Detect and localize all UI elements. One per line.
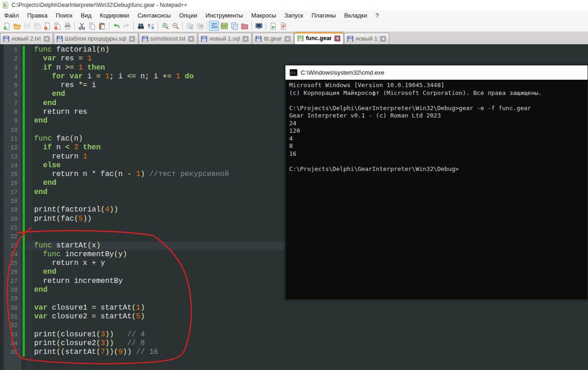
bookmark-margin[interactable] [26, 54, 32, 63]
function-list-button[interactable] [229, 21, 239, 31]
code-line[interactable]: 1func factorial(n) [0, 46, 588, 54]
zoom-out-button[interactable] [170, 21, 180, 31]
bookmark-margin[interactable] [26, 90, 32, 99]
bookmark-margin[interactable] [26, 339, 32, 348]
tab-close-icon[interactable]: × [285, 36, 291, 42]
bookmark-margin[interactable] [26, 99, 32, 108]
tab-close-icon[interactable]: × [334, 35, 340, 41]
macro-playback-button[interactable] [268, 21, 278, 31]
menu-item-запуск[interactable]: Запуск [280, 11, 308, 20]
sync-vertical-button[interactable] [184, 21, 195, 31]
save-all-button[interactable] [32, 21, 42, 31]
menu-item-правка[interactable]: Правка [23, 11, 52, 20]
replace-button[interactable]: ab [146, 21, 156, 31]
bookmark-margin[interactable] [26, 294, 32, 303]
bookmark-margin[interactable] [26, 304, 32, 312]
bookmark-margin[interactable] [26, 312, 32, 321]
print-icon [64, 22, 71, 30]
tab-close-icon[interactable]: × [243, 36, 249, 42]
tab-новый-1.sql[interactable]: новый 1.sql× [198, 33, 252, 44]
menu-item-вкладки[interactable]: Вкладки [340, 11, 371, 20]
bookmark-margin[interactable] [26, 330, 32, 339]
monitoring-button[interactable] [254, 21, 264, 31]
bookmark-margin[interactable] [26, 241, 32, 250]
tab-close-icon[interactable]: × [129, 36, 135, 42]
bookmark-margin[interactable] [26, 206, 32, 214]
menu-item-инструменты[interactable]: Инструменты [202, 11, 247, 20]
bookmark-margin[interactable] [26, 250, 32, 259]
menu-item-синтаксисы[interactable]: Синтаксисы [133, 11, 175, 20]
bookmark-margin[interactable] [26, 223, 32, 232]
tab-ttt.gear[interactable]: ttt.gear× [252, 33, 294, 44]
word-wrap-button[interactable] [209, 21, 219, 31]
menu-item-макросы[interactable]: Макросы [247, 11, 280, 20]
cmd-window[interactable]: C:\ C:\Windows\system32\cmd.exe Microsof… [285, 65, 588, 300]
bookmark-margin[interactable] [26, 179, 32, 188]
bookmark-margin[interactable] [26, 81, 32, 90]
bookmark-margin[interactable] [26, 348, 32, 357]
bookmark-margin[interactable] [26, 72, 32, 81]
bookmark-margin[interactable] [26, 232, 32, 241]
menu-bar: ФайлПравкаПоискВидКодировкиСинтаксисыОпц… [0, 10, 588, 20]
sync-horizontal-button[interactable] [195, 21, 205, 31]
bookmark-margin[interactable] [26, 143, 32, 152]
undo-button[interactable] [111, 21, 121, 31]
bookmark-margin[interactable] [26, 277, 32, 286]
tab-close-icon[interactable]: × [44, 36, 50, 42]
menu-item-опции[interactable]: Опции [175, 11, 201, 20]
bookmark-margin[interactable] [26, 117, 32, 125]
document-map-button[interactable] [219, 21, 229, 31]
tab-ssmsboost.txt[interactable]: ssmsboost.txt× [139, 33, 197, 44]
close-file-button[interactable] [42, 21, 52, 31]
menu-item-плагины[interactable]: Плагины [308, 11, 340, 20]
bookmark-margin[interactable] [26, 259, 32, 268]
print-button[interactable] [62, 21, 72, 31]
cmd-console-output[interactable]: Microsoft Windows [Version 10.0.19045.34… [285, 80, 588, 173]
bookmark-margin[interactable] [26, 108, 32, 117]
code-line[interactable]: 33print(closure1(3)) // 4 [0, 330, 588, 339]
paste-button[interactable] [97, 21, 107, 31]
code-line[interactable]: 34print(closure2(3)) // 8 [0, 339, 588, 348]
bookmark-margin[interactable] [26, 170, 32, 179]
bookmark-margin[interactable] [26, 197, 32, 206]
find-button[interactable] [136, 21, 146, 31]
menu-item-кодировки[interactable]: Кодировки [95, 11, 133, 20]
bookmark-margin[interactable] [26, 161, 32, 170]
tab-новый-2.txt[interactable]: новый 2.txt× [0, 33, 53, 44]
menu-item-?[interactable]: ? [371, 11, 383, 20]
tab-close-icon[interactable]: × [188, 36, 194, 42]
bookmark-margin[interactable] [26, 268, 32, 276]
bookmark-margin[interactable] [26, 215, 32, 223]
zoom-in-button[interactable] [160, 21, 170, 31]
bookmark-margin[interactable] [26, 153, 32, 161]
redo-button[interactable] [121, 21, 131, 31]
folder-as-workspace-button[interactable] [239, 21, 249, 31]
macro-record-button[interactable] [278, 21, 288, 31]
tab-close-icon[interactable]: × [380, 36, 386, 42]
menu-item-поиск[interactable]: Поиск [52, 11, 77, 20]
save-button[interactable] [22, 21, 32, 31]
tab-шаблон-процедуры.sql[interactable]: Шаблон процедуры.sql× [53, 33, 138, 44]
tab-новый-1[interactable]: новый 1× [344, 33, 389, 44]
bookmark-margin[interactable] [26, 64, 32, 72]
code-line[interactable]: 35print((startAt(7))(9)) // 16 [0, 348, 588, 357]
tab-func.gear[interactable]: func.gear× [294, 32, 344, 44]
bookmark-margin[interactable] [26, 126, 32, 135]
bookmark-margin[interactable] [26, 188, 32, 197]
close-all-button[interactable] [52, 21, 62, 31]
code-line[interactable]: 2 var res = 1 [0, 54, 588, 63]
cut-button[interactable] [77, 21, 87, 31]
cmd-title-bar[interactable]: C:\ C:\Windows\system32\cmd.exe [285, 65, 588, 80]
bookmark-margin[interactable] [26, 135, 32, 143]
open-file-button[interactable] [12, 21, 22, 31]
code-line[interactable]: 32 [0, 321, 588, 330]
new-file-button[interactable] [1, 21, 12, 31]
copy-button[interactable] [87, 21, 97, 31]
menu-item-файл[interactable]: Файл [0, 11, 23, 20]
bookmark-margin[interactable] [26, 321, 32, 330]
menu-item-вид[interactable]: Вид [77, 11, 96, 20]
code-line[interactable]: 30var closure1 = startAt(1) [0, 304, 588, 312]
code-line[interactable]: 31var closure2 = startAt(5) [0, 312, 588, 321]
bookmark-margin[interactable] [26, 46, 32, 54]
bookmark-margin[interactable] [26, 286, 32, 294]
